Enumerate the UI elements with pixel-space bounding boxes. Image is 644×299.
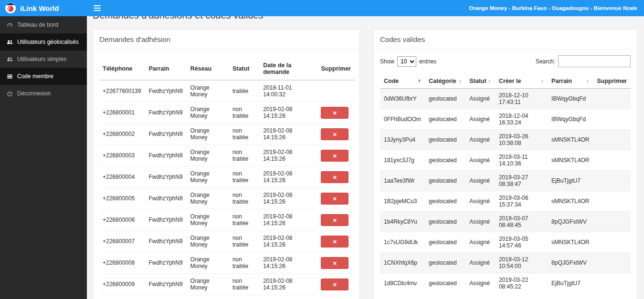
cell-parrain: FwdhzYphN9 — [145, 166, 186, 188]
adhesion-row: +226800008FwdhzYphN9Orange Moneynon trai… — [99, 252, 355, 274]
cell-categorie: geolocated — [425, 212, 465, 232]
delete-button[interactable] — [321, 236, 348, 247]
delete-button[interactable] — [321, 214, 348, 226]
cell-supprimer — [593, 171, 631, 191]
cell-creer_le: 2019-03-05 14:57:46 — [495, 232, 548, 253]
sidebar-item-0[interactable]: Tableau de bord — [0, 16, 87, 33]
cell-statut: Assigné — [465, 150, 495, 171]
cell-parrain: FwdhzYphN9 — [145, 80, 186, 102]
cell-code: 0FFhBudOOm — [380, 109, 425, 130]
cell-date: 2019-02-08 14:15:26 — [259, 252, 317, 274]
cell-parrain: FwdhzYphN9 — [145, 252, 186, 274]
codes-col-code[interactable]: ▲▼Code — [380, 74, 425, 89]
cell-parrain: IBWqyGbqFd — [548, 109, 593, 130]
delete-button[interactable] — [321, 107, 348, 119]
close-icon — [333, 281, 337, 288]
column-label: Code — [384, 78, 399, 84]
column-label: Catégorie — [429, 78, 456, 84]
hamburger-icon — [94, 5, 101, 6]
col-date: Date de la demande — [259, 58, 317, 80]
column-label: Parrain — [551, 78, 572, 84]
cell-statut: non traitée — [229, 188, 259, 209]
code-row: 1d9CDtc4mvgeolocatedAssigné2019-03-22 08… — [380, 273, 631, 294]
sidebar-item-1[interactable]: Utilisateurs géolocalisés — [0, 33, 87, 51]
cell-supprimer — [317, 145, 355, 166]
codes-panel-title: Codes valides — [374, 30, 637, 50]
cell-code: 1B2pjeMCu3 — [380, 191, 425, 212]
power-icon — [6, 91, 13, 97]
codes-col-cr-er-le[interactable]: ▲▼Créer le — [495, 74, 548, 89]
search-input[interactable] — [558, 55, 631, 67]
sort-icon: ▲▼ — [540, 79, 544, 83]
delete-button[interactable] — [321, 171, 348, 183]
cell-code: 0dW36UfbrY — [380, 89, 425, 109]
cell-supprimer — [593, 232, 631, 253]
cell-parrain: FwdhzYphN9 — [145, 124, 186, 145]
code-row: 1aaTee3fWrgeolocatedAssigné2019-03-27 08… — [380, 171, 631, 191]
main-content: Demandes d'adhésions et codes valides De… — [87, 0, 644, 299]
codes-table-controls: Show 10 entries Search: — [374, 50, 637, 70]
codes-col-cat-gorie[interactable]: ▲▼Catégorie — [425, 74, 465, 89]
users-icon — [6, 56, 13, 62]
cell-date: 2018-11-01 14:00:32 — [259, 80, 317, 102]
codes-panel: Codes valides Show 10 entries Search: ▲▼… — [373, 29, 637, 299]
cell-statut: Assigné — [465, 191, 495, 212]
codes-table-footer: Showing 1 to 10 of 1,675 entries Previou… — [374, 293, 637, 299]
sidebar-item-label: Tableau de bord — [17, 21, 58, 28]
page-size-select[interactable]: 10 — [397, 56, 416, 67]
cell-supprimer — [317, 80, 355, 102]
cell-parrain: sMNSKTL4OR — [548, 191, 593, 212]
sidebar-toggle-button[interactable] — [87, 0, 107, 16]
cell-supprimer — [593, 109, 631, 130]
cell-telephone: +226800004 — [99, 166, 145, 188]
cell-date: 2019-02-08 14:15:26 — [259, 274, 317, 295]
cell-categorie: geolocated — [425, 109, 465, 130]
cell-parrain: sMNSKTL4OR — [548, 150, 593, 171]
cell-code: 181yxc3J7g — [380, 150, 425, 171]
delete-button[interactable] — [321, 128, 348, 140]
sidebar-item-4[interactable]: Déconnexion — [0, 85, 87, 102]
cell-parrain: FwdhzYphN9 — [145, 274, 186, 295]
col-telephone: Téléphone — [99, 58, 145, 80]
cell-telephone: +22677600139 — [99, 80, 145, 102]
code-row: 181yxc3J7ggeolocatedAssigné2019-03-11 14… — [380, 150, 631, 171]
cell-parrain: FwdhzYphN9 — [145, 209, 186, 231]
show-label: Show — [380, 58, 394, 65]
delete-button[interactable] — [321, 150, 348, 162]
cell-statut: traitée — [229, 80, 259, 102]
sidebar-item-label: Déconnexion — [17, 90, 51, 97]
code-row: 0dW36UfbrYgeolocatedAssigné2018-12-10 17… — [380, 89, 631, 109]
cell-parrain: sMNSKTL4OR — [548, 130, 593, 150]
cell-parrain: sMNSKTL4OR — [548, 232, 593, 253]
cell-telephone: +226800008 — [99, 252, 145, 274]
delete-button[interactable] — [321, 278, 348, 290]
delete-button[interactable] — [321, 257, 348, 269]
cell-statut: Assigné — [465, 171, 495, 191]
codes-col-parrain[interactable]: ▲▼Parrain — [548, 74, 593, 89]
cell-reseau: Orange Money — [187, 80, 229, 102]
cell-parrain: 8pQJGFxtWV — [548, 212, 593, 232]
codes-col-supprimer[interactable]: ▲▼Supprimer — [593, 74, 631, 89]
delete-button[interactable] — [321, 193, 348, 205]
cell-reseau: Orange Money — [187, 188, 229, 209]
brand-title: iLink World — [20, 4, 59, 12]
sidebar-item-label: Code membre — [17, 73, 53, 80]
sidebar-item-2[interactable]: Utilisateurs simples — [0, 51, 87, 68]
cell-telephone: +226800006 — [99, 209, 145, 231]
codes-col-statut[interactable]: ▲▼Statut — [465, 74, 495, 89]
cell-categorie: geolocated — [425, 150, 465, 171]
sidebar-item-3[interactable]: Code membre — [0, 68, 87, 85]
adhesion-row: +226800004FwdhzYphN9Orange Moneynon trai… — [99, 166, 355, 188]
col-supprimer: Supprimer — [317, 58, 355, 80]
gauge-icon — [6, 22, 13, 28]
sort-icon: ▲▼ — [586, 79, 590, 83]
cell-creer_le: 2019-03-26 10:38:08 — [495, 130, 548, 150]
cell-creer_le: 2018-12-10 17:43:11 — [495, 89, 548, 109]
cell-statut: non traitée — [229, 231, 259, 252]
cell-parrain: FwdhzYphN9 — [145, 188, 186, 209]
cell-telephone: +226800002 — [99, 124, 145, 145]
sidebar-item-label: Utilisateurs géolocalisés — [17, 39, 79, 45]
cell-date: 2019-02-08 14:15:26 — [259, 102, 317, 124]
cell-parrain: FwdhzYphN9 — [145, 102, 186, 124]
cell-date: 2019-02-08 14:15:26 — [259, 145, 317, 166]
